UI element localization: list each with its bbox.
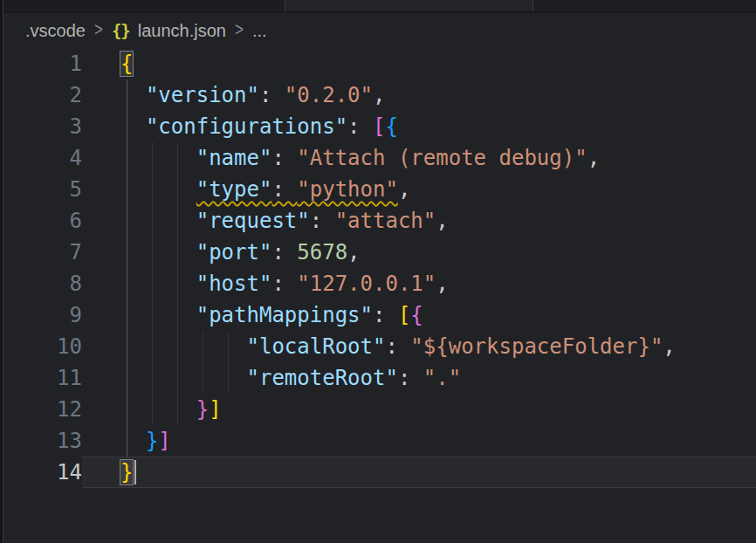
token: : [310,209,335,233]
token: "python" [297,177,398,202]
token: , [663,334,675,359]
code-line: 10 "localRoot": "${workspaceFolder}", [3,331,756,362]
code-content[interactable]: } [82,457,756,488]
indent-guide [177,331,178,362]
token [120,429,146,453]
token: , [398,177,410,202]
token: : [259,83,285,107]
indent-guide [127,268,127,299]
code-content[interactable]: }] [82,425,756,457]
token [120,83,146,107]
line-number: 11 [3,362,82,394]
line-number: 9 [3,299,82,331]
json-file-icon: {} [112,21,130,40]
indent-guide [152,142,153,174]
code-line: 4 "name": "Attach (remote debug)", [3,142,756,174]
indent-guide [177,362,178,394]
indent-guide [152,394,153,425]
breadcrumb-file[interactable]: launch.json [138,21,226,41]
tab-bar [3,0,756,13]
code-line: 2 "version": "0.2.0", [3,79,756,111]
code-line: 13 }] [3,425,756,457]
code-content[interactable]: { [82,48,756,79]
indent-guide [127,362,127,394]
tab-strip-segment[interactable] [285,0,533,11]
token [120,303,196,327]
token: ] [158,429,170,453]
token: , [347,240,360,265]
token [120,114,146,139]
indent-guide [203,331,203,362]
indent-guide [127,331,127,362]
indent-guide [152,299,153,331]
token: "name" [196,146,272,170]
code-line: 9 "pathMappings": [{ [3,299,756,331]
indent-guide [203,362,203,394]
code-content[interactable]: "name": "Attach (remote debug)", [82,142,756,174]
indent-guide [152,205,153,237]
line-number: 2 [3,79,82,111]
breadcrumb-symbol[interactable]: ... [252,21,267,41]
indent-guide [152,331,153,362]
code-line: 7 "port": 5678, [3,237,756,268]
token: { [410,303,423,327]
breadcrumb: .vscode > {} launch.json > ... [3,13,756,48]
token: , [588,146,600,170]
token: : [271,240,297,265]
code-content[interactable]: "request": "attach", [82,205,756,237]
token: "${workspaceFolder}" [410,334,663,359]
indent-guide [127,299,127,331]
code-content[interactable]: "host": "127.0.0.1", [82,268,756,299]
indent-guide [152,362,153,394]
chevron-right-icon: > [93,20,104,42]
indent-guide [177,237,178,268]
line-number: 1 [3,48,82,79]
code-content[interactable]: "remoteRoot": "." [82,362,756,394]
code-content[interactable]: "configurations": [{ [82,111,756,142]
indent-guide [127,205,127,237]
line-number: 8 [3,268,82,299]
editor-window: .vscode > {} launch.json > ... 1{2 "vers… [3,0,756,543]
token: ] [209,397,221,422]
token: , [373,83,385,107]
code-content[interactable]: "localRoot": "${workspaceFolder}", [82,331,756,362]
token [120,240,196,265]
editor-lines: 1{2 "version": "0.2.0",3 "configurations… [3,48,756,543]
tab-strip-segment[interactable] [3,0,285,11]
indent-guide [177,142,178,174]
code-content[interactable]: "port": 5678, [82,237,756,268]
token: } [146,429,158,453]
indent-guide [127,237,127,268]
token: "version" [146,83,259,107]
token: { [120,52,133,76]
token: : [271,177,297,202]
token: "." [423,366,461,390]
code-content[interactable]: }] [82,394,756,425]
token: "request" [196,209,310,233]
code-content[interactable]: "type": "python", [82,174,756,205]
code-content[interactable]: "version": "0.2.0", [82,79,756,111]
token: , [436,272,448,296]
code-line: 11 "remoteRoot": "." [3,362,756,394]
token: : [347,114,373,139]
line-number: 5 [3,174,82,205]
code-content[interactable]: "pathMappings": [{ [82,299,756,331]
code-line: 12 }] [3,394,756,425]
indent-guide [177,205,178,237]
indent-guide [177,268,178,299]
indent-guide [228,362,229,394]
indent-guide [228,331,229,362]
code-line: 14} [3,457,756,488]
chevron-right-icon: > [234,20,244,42]
token: "port" [196,240,272,265]
token: "host" [196,272,272,296]
token: : [271,146,297,170]
token: "configurations" [146,114,347,139]
token: "Attach (remote debug)" [297,146,587,170]
token: [ [373,114,385,139]
indent-guide [127,394,127,425]
token: : [385,334,410,359]
code-line: 8 "host": "127.0.0.1", [3,268,756,299]
token [120,272,196,296]
breadcrumb-folder[interactable]: .vscode [25,21,86,41]
